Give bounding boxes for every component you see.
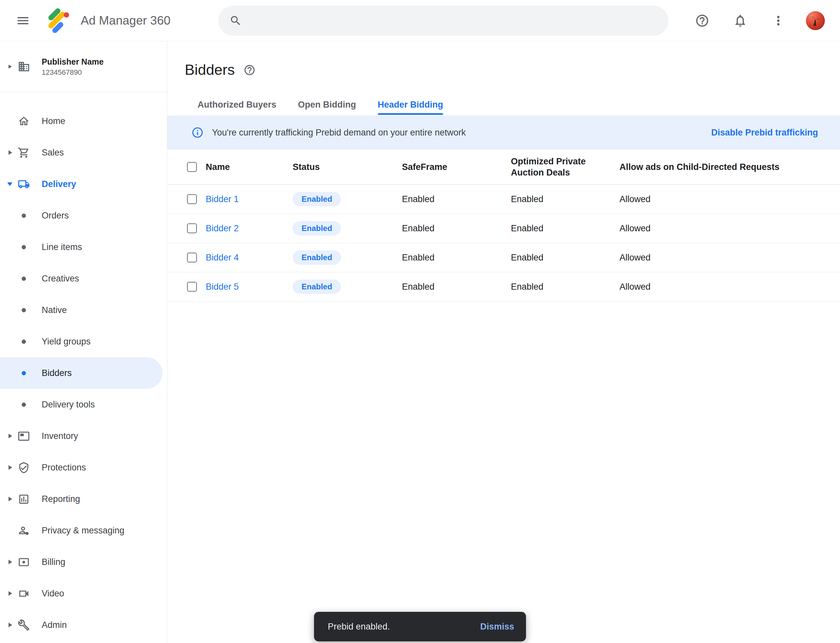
bidder-link[interactable]: Bidder 2 bbox=[206, 224, 239, 233]
sidebar-item-sales[interactable]: Sales bbox=[0, 137, 167, 168]
optimized-private-auction-deals-value: Enabled bbox=[511, 282, 619, 292]
more-options-button[interactable] bbox=[768, 10, 789, 31]
bidder-link[interactable]: Bidder 5 bbox=[206, 282, 239, 292]
column-header-optimized-private-auction-deals: Optimized Private Auction Deals bbox=[511, 156, 619, 178]
sidebar-item-orders[interactable]: Orders bbox=[0, 200, 167, 231]
optimized-private-auction-deals-value: Enabled bbox=[511, 224, 619, 233]
row-checkbox[interactable] bbox=[187, 282, 197, 292]
bidder-link[interactable]: Bidder 1 bbox=[206, 194, 239, 204]
person-icon bbox=[18, 525, 30, 537]
chevron-right-icon bbox=[8, 497, 12, 501]
sidebar-item-protections[interactable]: Protections bbox=[0, 452, 167, 483]
sidebar-item-inventory[interactable]: Inventory bbox=[0, 420, 167, 452]
child-directed-value: Allowed bbox=[619, 282, 840, 292]
search-bar[interactable] bbox=[218, 6, 668, 36]
chevron-right-icon bbox=[8, 434, 12, 438]
help-button[interactable] bbox=[692, 10, 713, 31]
menu-button[interactable] bbox=[11, 9, 35, 33]
sidebar-item-label: Privacy & messaging bbox=[42, 525, 124, 536]
safeframe-value: Enabled bbox=[402, 224, 511, 233]
sidebar-item-creatives[interactable]: Creatives bbox=[0, 263, 167, 294]
wrench-icon bbox=[18, 619, 30, 631]
safeframe-value: Enabled bbox=[402, 282, 511, 292]
tab-authorized-buyers[interactable]: Authorized Buyers bbox=[198, 100, 276, 115]
sidebar-item-label: Admin bbox=[42, 620, 67, 630]
sidebar-item-home[interactable]: Home bbox=[0, 105, 167, 137]
tab-open-bidding[interactable]: Open Bidding bbox=[298, 100, 356, 115]
search-input[interactable] bbox=[249, 15, 657, 26]
snackbar-message: Prebid enabled. bbox=[328, 622, 390, 632]
publisher-selector[interactable]: Publisher Name 1234567890 bbox=[0, 41, 167, 92]
status-badge: Enabled bbox=[293, 221, 341, 235]
sidebar-item-delivery[interactable]: Delivery bbox=[0, 168, 167, 200]
safeframe-value: Enabled bbox=[402, 253, 511, 263]
main-content: Bidders Authorized Buyers Open Bidding H… bbox=[167, 41, 840, 302]
sidebar-item-label: Creatives bbox=[42, 274, 79, 284]
user-avatar[interactable] bbox=[806, 11, 825, 30]
hamburger-menu-icon bbox=[16, 13, 30, 28]
sidebar-item-line-items[interactable]: Line items bbox=[0, 231, 167, 263]
chevron-right-icon bbox=[8, 150, 12, 155]
ad-manager-logo-icon bbox=[45, 7, 72, 34]
bidder-link[interactable]: Bidder 4 bbox=[206, 253, 239, 263]
table-row: Bidder 1 Enabled Enabled Enabled Allowed bbox=[167, 185, 840, 214]
select-all-checkbox[interactable] bbox=[187, 162, 197, 172]
notifications-button[interactable] bbox=[730, 10, 751, 31]
table-row: Bidder 5 Enabled Enabled Enabled Allowed bbox=[167, 272, 840, 302]
sidebar-item-native[interactable]: Native bbox=[0, 294, 167, 326]
bullet-icon bbox=[22, 371, 26, 375]
column-header-safeframe: SafeFrame bbox=[402, 162, 511, 173]
sidebar-item-video[interactable]: Video bbox=[0, 578, 167, 609]
cart-icon bbox=[18, 147, 30, 159]
column-header-name: Name bbox=[206, 162, 293, 173]
sidebar-item-label: Inventory bbox=[42, 431, 78, 441]
disable-prebid-link[interactable]: Disable Prebid trafficking bbox=[711, 127, 818, 138]
sidebar-item-admin[interactable]: Admin bbox=[0, 609, 167, 641]
sidebar-item-delivery-tools[interactable]: Delivery tools bbox=[0, 389, 167, 420]
tab-bar: Authorized Buyers Open Bidding Header Bi… bbox=[198, 100, 840, 115]
sidebar-item-privacy-messaging[interactable]: Privacy & messaging bbox=[0, 515, 167, 546]
bell-icon bbox=[733, 13, 747, 28]
sidebar-item-reporting[interactable]: Reporting bbox=[0, 483, 167, 515]
sidebar-nav: Home Sales Delivery Orders Line items Cr… bbox=[0, 92, 167, 641]
sidebar-item-label: Line items bbox=[42, 242, 82, 252]
inventory-icon bbox=[18, 430, 30, 442]
sidebar-item-yield-groups[interactable]: Yield groups bbox=[0, 326, 167, 357]
sidebar-item-label: Reporting bbox=[42, 494, 80, 504]
chevron-right-icon bbox=[8, 65, 12, 69]
tab-header-bidding[interactable]: Header Bidding bbox=[378, 100, 443, 115]
more-vertical-icon bbox=[771, 13, 786, 28]
page-help-icon[interactable] bbox=[244, 64, 256, 76]
chevron-right-icon bbox=[8, 465, 12, 470]
chevron-right-icon bbox=[8, 591, 12, 596]
snackbar-dismiss-button[interactable]: Dismiss bbox=[480, 622, 514, 632]
safeframe-value: Enabled bbox=[402, 194, 511, 204]
app-header: Ad Manager 360 bbox=[0, 0, 840, 41]
table-row: Bidder 4 Enabled Enabled Enabled Allowed bbox=[167, 243, 840, 272]
child-directed-value: Allowed bbox=[619, 253, 840, 263]
row-checkbox[interactable] bbox=[187, 194, 197, 204]
sidebar-item-bidders[interactable]: Bidders bbox=[0, 357, 162, 389]
bar-chart-icon bbox=[18, 493, 30, 505]
snackbar: Prebid enabled. Dismiss bbox=[314, 612, 526, 641]
chevron-right-icon bbox=[8, 560, 12, 564]
page-title: Bidders bbox=[185, 61, 235, 79]
status-badge: Enabled bbox=[293, 279, 341, 294]
sidebar-item-label: Bidders bbox=[42, 368, 72, 378]
truck-icon bbox=[18, 178, 30, 190]
sidebar-item-label: Video bbox=[42, 589, 64, 599]
payment-card-icon bbox=[18, 556, 30, 568]
child-directed-value: Allowed bbox=[619, 194, 840, 204]
sidebar-item-label: Yield groups bbox=[42, 336, 91, 347]
sidebar-item-label: Protections bbox=[42, 463, 86, 473]
row-checkbox[interactable] bbox=[187, 253, 197, 263]
column-header-status: Status bbox=[293, 162, 402, 173]
sidebar-item-billing[interactable]: Billing bbox=[0, 546, 167, 578]
help-icon bbox=[695, 13, 709, 28]
row-checkbox[interactable] bbox=[187, 224, 197, 233]
banner-message: You're currently trafficking Prebid dema… bbox=[212, 127, 466, 138]
bullet-icon bbox=[22, 277, 26, 281]
prebid-info-banner: You're currently trafficking Prebid dema… bbox=[167, 116, 840, 150]
app-title: Ad Manager 360 bbox=[81, 14, 171, 28]
info-icon bbox=[191, 126, 204, 139]
